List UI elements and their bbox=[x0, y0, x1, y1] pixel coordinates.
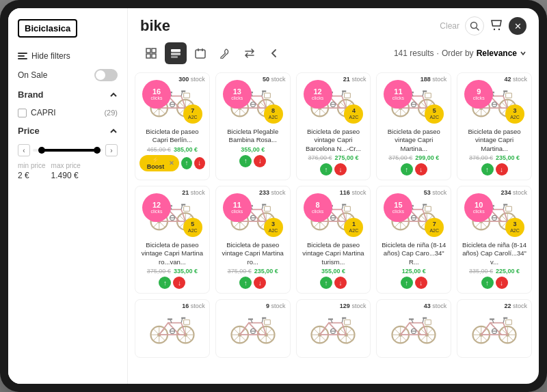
product-card-6[interactable]: 21 stock bbox=[135, 186, 210, 294]
product-card-4[interactable]: 188 stock bbox=[376, 72, 451, 180]
product-image-area: 12 clicks 4 A2C bbox=[301, 77, 366, 126]
move-up-button[interactable]: ↑ bbox=[239, 277, 252, 289]
move-down-button[interactable]: ↓ bbox=[334, 163, 347, 176]
product-image-area: 9 clicks 3 A2C bbox=[462, 77, 527, 126]
svg-rect-11 bbox=[196, 50, 205, 58]
close-button[interactable]: ✕ bbox=[509, 17, 526, 35]
search-icon-button[interactable] bbox=[465, 16, 484, 36]
move-down-button[interactable]: ↓ bbox=[254, 277, 266, 289]
range-track[interactable] bbox=[33, 149, 103, 152]
brand-checkbox-capri[interactable] bbox=[18, 109, 27, 117]
svg-rect-209 bbox=[425, 206, 431, 211]
order-by-value[interactable]: Relevance bbox=[477, 48, 517, 58]
svg-rect-8 bbox=[171, 49, 181, 52]
action-row: ↑ ↓ bbox=[481, 163, 508, 176]
product-name: Bicicleta de paseo vintage Capri Martina… bbox=[301, 241, 366, 266]
layers-button[interactable] bbox=[165, 42, 187, 64]
range-right-arrow[interactable]: › bbox=[105, 144, 118, 156]
range-thumb-right[interactable] bbox=[94, 147, 101, 154]
move-down-button[interactable]: ↓ bbox=[496, 277, 508, 289]
action-row: ↑ ↓ bbox=[320, 277, 347, 289]
product-card-11[interactable]: 16 stock bbox=[135, 299, 210, 358]
price-section: ‹ › min price 2 € max price 1. bbox=[18, 144, 118, 180]
price-sale: 355,00 € bbox=[241, 146, 265, 153]
price-row: 376,00 € 235,00 € bbox=[469, 154, 520, 161]
price-section-header[interactable]: Price bbox=[18, 126, 118, 136]
product-image-area: 11 clicks 5 A2C bbox=[381, 77, 446, 126]
price-original: 376,00 € bbox=[308, 154, 332, 161]
move-down-button[interactable]: ↓ bbox=[496, 163, 508, 176]
move-down-button[interactable]: ↓ bbox=[415, 163, 427, 176]
product-card-14[interactable]: 43 stock bbox=[376, 299, 451, 358]
cart-icon[interactable] bbox=[490, 18, 503, 35]
brand-item-capri[interactable]: CAPRI (29) bbox=[18, 108, 118, 117]
svg-rect-9 bbox=[171, 53, 181, 55]
product-card-10[interactable]: 234 stock bbox=[457, 186, 532, 294]
chevron-left-button[interactable] bbox=[263, 42, 285, 64]
on-sale-toggle[interactable] bbox=[94, 69, 118, 81]
product-name: Bicicleta de paseo vintage Capri Martina… bbox=[220, 241, 286, 266]
boost-close[interactable]: ✕ bbox=[169, 160, 174, 167]
price-row: 125,00 € bbox=[402, 268, 426, 275]
product-image-area bbox=[139, 304, 205, 353]
move-up-button[interactable]: ↑ bbox=[481, 163, 494, 176]
svg-rect-143 bbox=[184, 206, 190, 211]
price-sale: 125,00 € bbox=[402, 268, 426, 275]
product-card-5[interactable]: 42 stock bbox=[457, 72, 532, 180]
range-thumb-left[interactable] bbox=[38, 147, 45, 154]
action-row: ⚡ Boost ✕ ↑ ↓ bbox=[139, 155, 205, 171]
swap-button[interactable] bbox=[239, 42, 261, 64]
calendar-button[interactable] bbox=[189, 42, 211, 64]
product-card-1[interactable]: 300 stock bbox=[135, 72, 210, 180]
action-row: ↑ ↓ bbox=[239, 155, 266, 167]
move-down-button[interactable]: ↓ bbox=[173, 277, 185, 289]
product-card-2[interactable]: 50 stock bbox=[215, 72, 291, 180]
hide-filters-row[interactable]: Hide filters bbox=[18, 51, 118, 61]
price-original: 335,00 € bbox=[469, 268, 493, 275]
range-left-arrow[interactable]: ‹ bbox=[18, 144, 30, 156]
move-up-button[interactable]: ↑ bbox=[401, 163, 413, 176]
sidebar: Biciclasica Hide filters On Sale Brand bbox=[8, 8, 128, 384]
logo[interactable]: Biciclasica bbox=[18, 19, 77, 38]
move-up-button[interactable]: ↑ bbox=[181, 157, 192, 169]
top-bar: bike Clear bbox=[128, 8, 539, 40]
range-fill bbox=[40, 149, 99, 152]
product-image-area: 8 clicks 1 A2C bbox=[301, 191, 366, 240]
action-row: ↑ ↓ bbox=[401, 277, 427, 289]
filter-icon bbox=[18, 51, 27, 61]
price-chevron-up-icon bbox=[109, 127, 118, 135]
results-count: 141 results bbox=[394, 48, 434, 58]
order-chevron-down-icon[interactable] bbox=[520, 50, 526, 57]
move-down-button[interactable]: ↓ bbox=[194, 157, 205, 169]
brand-section-header[interactable]: Brand bbox=[18, 89, 118, 100]
move-up-button[interactable]: ↑ bbox=[159, 277, 171, 289]
wrench-button[interactable] bbox=[214, 42, 236, 64]
move-up-button[interactable]: ↑ bbox=[239, 155, 252, 167]
product-card-15[interactable]: 22 stock bbox=[457, 299, 532, 358]
svg-rect-99 bbox=[425, 93, 431, 98]
move-up-button[interactable]: ↑ bbox=[481, 277, 494, 289]
move-down-button[interactable]: ↓ bbox=[254, 155, 266, 167]
svg-point-3 bbox=[498, 28, 500, 29]
move-down-button[interactable]: ↓ bbox=[334, 277, 347, 289]
clear-button[interactable]: Clear bbox=[440, 21, 459, 31]
product-card-9[interactable]: 53 stock bbox=[376, 186, 451, 294]
price-row: 375,00 € 299,00 € bbox=[388, 154, 439, 161]
results-info: 141 results · Order by Relevance bbox=[394, 48, 526, 58]
boost-button[interactable]: ⚡ Boost ✕ bbox=[139, 155, 179, 171]
grid-view-button[interactable] bbox=[140, 42, 162, 64]
product-name: Bicicleta de paseo vintage Capri Martina… bbox=[462, 128, 527, 153]
product-card-7[interactable]: 233 stock bbox=[215, 186, 291, 294]
main-content: bike Clear bbox=[128, 8, 539, 384]
order-by-label: · bbox=[437, 48, 439, 58]
move-up-button[interactable]: ↑ bbox=[320, 163, 332, 176]
product-card-13[interactable]: 129 stock bbox=[296, 299, 371, 358]
price-row: 465,00 € 385,00 € bbox=[147, 146, 198, 153]
svg-rect-10 bbox=[171, 56, 178, 58]
move-up-button[interactable]: ↑ bbox=[401, 277, 413, 289]
move-up-button[interactable]: ↑ bbox=[320, 277, 332, 289]
product-card-12[interactable]: 9 stock bbox=[215, 299, 291, 358]
move-down-button[interactable]: ↓ bbox=[415, 277, 427, 289]
product-card-8[interactable]: 116 stock bbox=[296, 186, 371, 294]
product-card-3[interactable]: 21 stock bbox=[296, 72, 371, 180]
